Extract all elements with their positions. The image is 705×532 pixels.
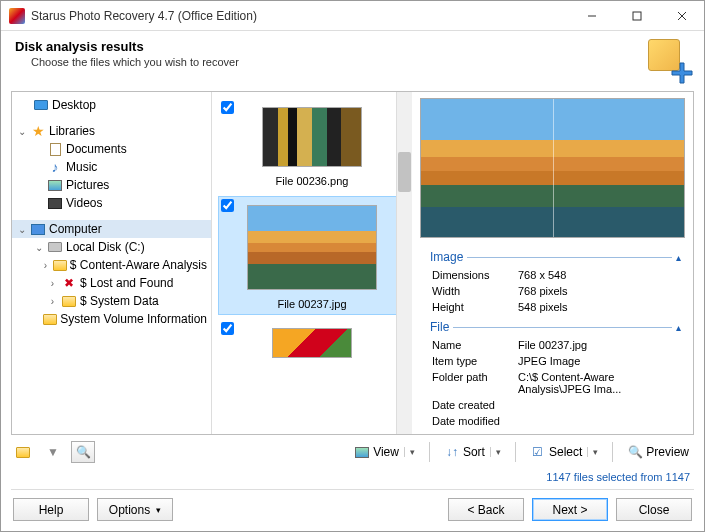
preview-panel: Image ▴ Dimensions768 x 548 Width768 pix… (412, 92, 693, 434)
file-thumbnail (247, 205, 377, 290)
preview-button[interactable]: 🔍 Preview (622, 441, 694, 463)
group-header-file[interactable]: File ▴ (420, 320, 685, 334)
expand-icon[interactable]: › (41, 260, 50, 271)
tree-item-documents[interactable]: Documents (12, 140, 211, 158)
tree-item-svi[interactable]: System Volume Information (12, 310, 211, 328)
videos-icon (48, 198, 62, 209)
select-menu[interactable]: ☑ Select ▾ (525, 441, 603, 463)
deleted-folder-icon: ✖ (61, 275, 77, 291)
folder-button[interactable] (11, 441, 35, 463)
minimize-button[interactable] (569, 1, 614, 30)
scrollbar-thumb[interactable] (398, 152, 411, 192)
document-icon (50, 143, 61, 156)
folder-icon (43, 314, 57, 325)
preview-image (420, 98, 685, 238)
close-button[interactable] (659, 1, 704, 30)
search-icon: 🔍 (76, 445, 91, 459)
options-button[interactable]: Options▾ (97, 498, 173, 521)
pictures-icon (48, 180, 62, 191)
maximize-button[interactable] (614, 1, 659, 30)
file-thumbnail (272, 328, 352, 358)
tree-item-computer[interactable]: ⌄ Computer (12, 220, 211, 238)
tree-item-music[interactable]: ♪ Music (12, 158, 211, 176)
help-button[interactable]: Help (13, 498, 89, 521)
filter-icon: ▼ (47, 445, 59, 459)
file-list[interactable]: File 00236.png File 00237.jpg (212, 92, 412, 434)
file-item[interactable]: File 00236.png (218, 98, 406, 192)
file-checkbox[interactable] (221, 199, 234, 212)
file-thumbnail (262, 107, 362, 167)
folder-icon (62, 296, 76, 307)
collapse-icon[interactable]: ⌄ (33, 242, 44, 253)
view-menu[interactable]: View ▾ (349, 441, 420, 463)
toolbar: ▼ 🔍 View ▾ ↓↑ Sort ▾ ☑ Select ▾ 🔍 Previe… (1, 435, 704, 467)
dropdown-icon: ▾ (587, 447, 598, 457)
sort-menu[interactable]: ↓↑ Sort ▾ (439, 441, 506, 463)
search-button[interactable]: 🔍 (71, 441, 95, 463)
select-icon: ☑ (530, 444, 546, 460)
file-checkbox[interactable] (221, 322, 234, 335)
tree-item-pictures[interactable]: Pictures (12, 176, 211, 194)
disk-icon (48, 242, 62, 252)
folder-tree[interactable]: Desktop ⌄ ★ Libraries Documents ♪ Music … (12, 92, 212, 434)
computer-icon (31, 224, 45, 235)
file-properties: NameFile 00237.jpg Item typeJPEG Image F… (420, 336, 685, 430)
main-panel: Desktop ⌄ ★ Libraries Documents ♪ Music … (11, 91, 694, 435)
tree-item-local-disk[interactable]: ⌄ Local Disk (C:) (12, 238, 211, 256)
window-title: Starus Photo Recovery 4.7 (Office Editio… (31, 9, 569, 23)
page-title: Disk analysis results (15, 39, 648, 54)
page-subtitle: Choose the files which you wish to recov… (15, 56, 648, 68)
dropdown-icon: ▾ (404, 447, 415, 457)
desktop-icon (34, 100, 48, 110)
next-button[interactable]: Next > (532, 498, 608, 521)
expand-icon[interactable]: › (47, 296, 58, 307)
folder-icon (16, 447, 30, 458)
app-icon (9, 8, 25, 24)
tree-item-libraries[interactable]: ⌄ ★ Libraries (12, 122, 211, 140)
file-item[interactable] (218, 319, 406, 359)
dropdown-icon: ▾ (490, 447, 501, 457)
view-icon (354, 444, 370, 460)
preview-icon: 🔍 (627, 444, 643, 460)
close-dialog-button[interactable]: Close (616, 498, 692, 521)
button-bar: Help Options▾ < Back Next > Close (1, 490, 704, 531)
collapse-arrow-icon: ▴ (672, 322, 685, 333)
collapse-arrow-icon: ▴ (672, 252, 685, 263)
expand-icon[interactable]: › (47, 278, 58, 289)
image-properties: Dimensions768 x 548 Width768 pixels Heig… (420, 266, 685, 316)
titlebar: Starus Photo Recovery 4.7 (Office Editio… (1, 1, 704, 31)
file-name: File 00236.png (223, 175, 401, 187)
collapse-icon[interactable]: ⌄ (16, 126, 27, 137)
back-button[interactable]: < Back (448, 498, 524, 521)
svg-rect-1 (633, 12, 641, 20)
scrollbar[interactable] (396, 92, 412, 434)
group-header-image[interactable]: Image ▴ (420, 250, 685, 264)
collapse-icon[interactable]: ⌄ (16, 224, 27, 235)
tree-item-lost-found[interactable]: › ✖ $ Lost and Found (12, 274, 211, 292)
file-name: File 00237.jpg (223, 298, 401, 310)
tree-item-system-data[interactable]: › $ System Data (12, 292, 211, 310)
filter-button[interactable]: ▼ (41, 441, 65, 463)
tree-item-videos[interactable]: Videos (12, 194, 211, 212)
sort-icon: ↓↑ (444, 444, 460, 460)
wizard-icon (648, 39, 690, 81)
music-icon: ♪ (47, 159, 63, 175)
star-icon: ★ (30, 123, 46, 139)
page-header: Disk analysis results Choose the files w… (1, 31, 704, 91)
status-text: 1147 files selected from 1147 (1, 467, 704, 487)
file-checkbox[interactable] (221, 101, 234, 114)
tree-item-desktop[interactable]: Desktop (12, 96, 211, 114)
tree-item-content-aware[interactable]: › $ Content-Aware Analysis (12, 256, 211, 274)
folder-icon (53, 260, 67, 271)
file-item[interactable]: File 00237.jpg (218, 196, 406, 315)
dropdown-icon: ▾ (156, 505, 161, 515)
